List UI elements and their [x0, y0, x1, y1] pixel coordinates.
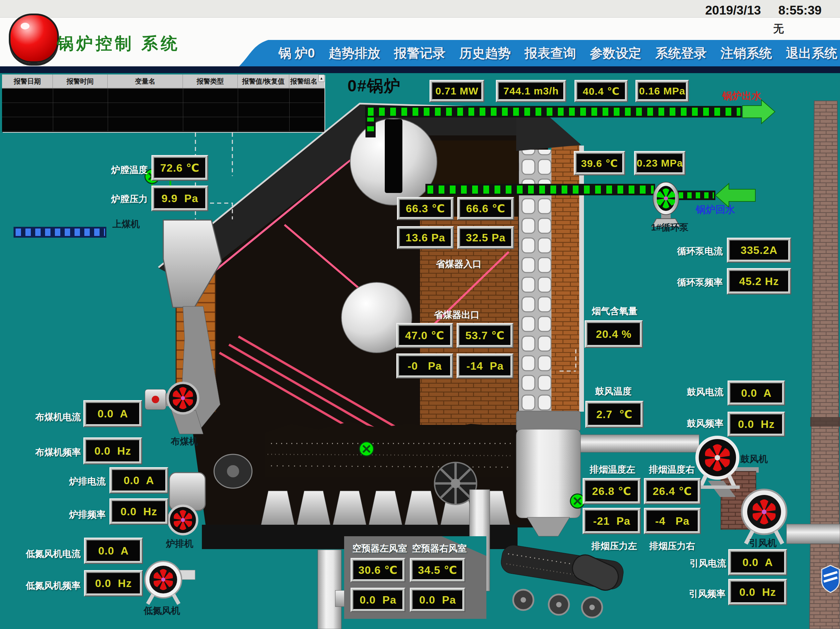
eco-out-pres1-display: -0 Pa: [396, 353, 453, 378]
grate-current-label: 炉排电流: [69, 475, 106, 487]
induced-fan[interactable]: [742, 490, 786, 544]
preheater-right-label: 空预器右风室: [412, 542, 467, 555]
exhaust-pres-left-value: -21 Pa: [585, 510, 638, 532]
preheater-temp-right-value: 34.5 ℃: [412, 560, 463, 580]
circ-freq-value: 45.2 Hz: [729, 271, 789, 292]
circ-current-label: 循环泵电流: [677, 245, 723, 257]
lownox-freq-display: 0.0 Hz: [84, 570, 143, 596]
lownox-fan-label: 低氮风机: [144, 605, 180, 617]
low-nox-fan[interactable]: [145, 561, 195, 604]
return-pressure-display: 0.23 MPa: [634, 151, 685, 175]
return-pipe-label: 锅炉回水: [696, 203, 735, 217]
spreader-current-label: 布煤机电流: [35, 411, 81, 423]
oxygen-label: 烟气含氧量: [592, 305, 638, 317]
furnace-pressure-value: 9.9 Pa: [154, 188, 206, 209]
blast-temp-display: 2.7 ℃: [585, 401, 644, 428]
blast-freq-value: 0.0 Hz: [730, 414, 783, 434]
circ-current-value: 335.2A: [729, 240, 789, 260]
grate-freq-label: 炉排频率: [69, 509, 106, 521]
outlet-pressure-display: 0.16 MPa: [635, 80, 689, 102]
circ-freq-label: 循环泵频率: [677, 276, 723, 288]
induced-outlet-duct: [786, 524, 840, 544]
exhaust-pres-right-label: 排烟压力右: [649, 540, 695, 552]
grate-current-display: 0.0 A: [109, 467, 168, 493]
grate-machine[interactable]: [169, 473, 205, 534]
dust-collector: [516, 411, 581, 536]
outlet-pipe-label: 锅炉出水: [722, 89, 761, 103]
exhaust-temp-right-label: 排烟温度右: [649, 463, 695, 476]
induced-fan-label: 引风机: [749, 537, 777, 549]
flue-duct: [580, 435, 699, 452]
eco-out-temp2-value: 53.7 ℃: [459, 325, 511, 346]
blast-fan-label: 鼓风机: [741, 453, 768, 465]
preheater-pres-right-value: 0.0 Pa: [412, 590, 463, 610]
preheater-temp-right-display: 34.5 ℃: [410, 558, 466, 582]
furnace-pressure-display: 9.9 Pa: [152, 186, 208, 211]
boiler-title: 0#锅炉: [347, 75, 401, 97]
blast-current-display: 0.0 A: [728, 380, 785, 405]
eco-out-pres2-display: -14 Pa: [456, 353, 513, 378]
exhaust-pres-left-label: 排烟压力左: [591, 540, 637, 552]
circulation-pump-label: 1#循环泵: [651, 221, 688, 233]
induced-freq-display: 0.0 Hz: [728, 579, 787, 605]
belt-conveyor-label: 上煤机: [112, 218, 140, 230]
eco-in-pres1-value: 13.6 Pa: [399, 229, 452, 247]
outlet-temp-value: 40.4 ℃: [577, 82, 625, 100]
exhaust-pres-right-value: -4 Pa: [646, 510, 698, 532]
lownox-freq-label: 低氮风机频率: [26, 580, 81, 592]
eco-out-pres1-value: -0 Pa: [399, 356, 451, 376]
spreader-current-value: 0.0 A: [86, 402, 140, 425]
eco-in-temp2-value: 66.6 ℃: [459, 199, 512, 218]
boiler-diagram: [0, 0, 840, 629]
coal-spreader-machine[interactable]: [145, 383, 203, 434]
preheater-pres-left-display: 0.0 Pa: [351, 588, 406, 612]
circ-current-display: 335.2A: [727, 238, 791, 263]
oxygen-value: 20.4 %: [587, 323, 641, 346]
grate-machine-label: 炉排机: [166, 538, 193, 550]
induced-freq-label: 引风频率: [689, 588, 726, 600]
eco-in-temp1-display: 66.3 ℃: [397, 197, 454, 220]
spreader-freq-value: 0.0 Hz: [86, 440, 140, 462]
return-temp-value: 39.6 ℃: [576, 153, 623, 173]
preheater-temp-left-value: 30.6 ℃: [353, 560, 403, 580]
eco-in-temp2-display: 66.6 ℃: [457, 197, 514, 220]
preheater-temp-left-display: 30.6 ℃: [351, 558, 406, 582]
preheater-pres-left-value: 0.0 Pa: [353, 590, 403, 610]
eco-in-pres2-value: 32.5 Pa: [459, 229, 512, 247]
outlet-flow-display: 744.1 m3/h: [496, 80, 566, 102]
blast-current-label: 鼓风电流: [687, 386, 723, 398]
valve-indicator: [359, 442, 374, 456]
eco-out-temp2-display: 53.7 ℃: [456, 323, 513, 348]
induced-freq-value: 0.0 Hz: [731, 581, 785, 603]
exhaust-temp-left-value: 26.8 ℃: [585, 480, 638, 502]
eco-out-label: 省煤器出口: [434, 309, 480, 321]
furnace-temp-label: 炉膛温度: [111, 164, 148, 176]
exhaust-temp-left-label: 排烟温度左: [590, 463, 635, 476]
blast-temp-label: 鼓风温度: [595, 385, 632, 397]
return-pressure-value: 0.23 MPa: [636, 153, 683, 173]
blast-freq-label: 鼓风频率: [687, 418, 723, 430]
grate-freq-value: 0.0 Hz: [112, 501, 166, 522]
outlet-power-value: 0.71 MW: [432, 82, 482, 100]
outlet-flow-value: 744.1 m3/h: [498, 82, 564, 100]
grate-freq-display: 0.0 Hz: [109, 498, 168, 525]
outlet-power-display: 0.71 MW: [429, 80, 484, 102]
furnace-temp-value: 72.6 ℃: [154, 158, 206, 178]
steam-drum: [350, 118, 437, 205]
grate-current-value: 0.0 A: [112, 470, 166, 491]
exhaust-temp-right-display: 26.4 ℃: [644, 478, 701, 504]
return-temp-display: 39.6 ℃: [574, 151, 625, 175]
furnace-pressure-label: 炉膛压力: [111, 193, 148, 205]
circ-freq-display: 45.2 Hz: [727, 268, 791, 295]
outlet-pressure-value: 0.16 MPa: [638, 82, 687, 100]
outlet-temp-display: 40.4 ℃: [575, 80, 628, 102]
exhaust-pres-left-display: -21 Pa: [583, 508, 641, 534]
vendor-logo: [822, 565, 839, 593]
eco-in-temp1-value: 66.3 ℃: [399, 199, 452, 218]
oxygen-display: 20.4 %: [584, 320, 643, 348]
down-duct: [318, 550, 341, 629]
furnace-temp-display: 72.6 ℃: [152, 155, 208, 181]
lownox-freq-value: 0.0 Hz: [86, 572, 141, 594]
blast-current-value: 0.0 A: [730, 383, 783, 403]
circulation-pump[interactable]: [652, 182, 680, 227]
